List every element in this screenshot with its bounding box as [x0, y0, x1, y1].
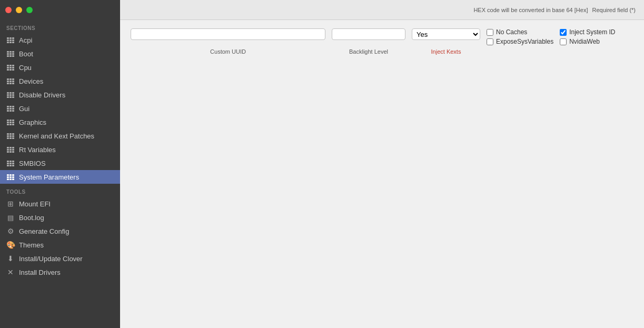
- sidebar-item-mount-efi[interactable]: ⊞ Mount EFI: [0, 197, 120, 211]
- sidebar-item-label: Rt Variables: [19, 146, 56, 154]
- sidebar: SECTIONS Acpi Boot Cpu Devices Disable D…: [0, 0, 120, 328]
- sidebar-item-label: Acpi: [19, 36, 32, 44]
- right-checkboxes-group: Inject System ID NvidiaWeb: [560, 28, 615, 45]
- sidebar-item-label: Install Drivers: [19, 269, 61, 276]
- no-caches-label[interactable]: No Caches: [496, 28, 527, 36]
- sidebar-item-boot[interactable]: Boot: [0, 47, 120, 61]
- sidebar-item-system-parameters[interactable]: System Parameters: [0, 170, 120, 184]
- wrench-icon: ✕: [6, 268, 15, 276]
- inject-system-id-label[interactable]: Inject System ID: [569, 28, 615, 36]
- hex-info-text: HEX code will be converted in base 64 [H…: [473, 7, 588, 13]
- sidebar-item-generate-config[interactable]: ⚙ Generate Config: [0, 224, 120, 238]
- inject-kexts-field-label: Inject Kexts: [412, 48, 480, 55]
- custom-uuid-field-label: Custom UUID: [131, 48, 325, 55]
- sidebar-item-label: SMBIOS: [19, 160, 46, 167]
- sidebar-item-label: Mount EFI: [19, 200, 51, 208]
- sidebar-item-label: Graphics: [19, 118, 46, 126]
- custom-uuid-input[interactable]: [131, 28, 325, 40]
- sections-header: SECTIONS: [0, 20, 120, 33]
- sidebar-item-devices[interactable]: Devices: [0, 74, 120, 88]
- sidebar-item-rt-variables[interactable]: Rt Variables: [0, 143, 120, 156]
- close-button[interactable]: [5, 7, 12, 13]
- no-caches-row: No Caches: [487, 28, 553, 36]
- maximize-button[interactable]: [26, 7, 33, 13]
- sidebar-item-install-update-clover[interactable]: ⬇ Install/Update Clover: [0, 252, 120, 265]
- sidebar-item-label: Install/Update Clover: [19, 255, 83, 263]
- inject-kexts-select[interactable]: Yes No Detect: [412, 28, 480, 40]
- expose-sys-row: ExposeSysVariables: [487, 38, 553, 45]
- sidebar-item-label: Kernel and Kext Patches: [19, 132, 94, 140]
- inject-system-id-row: Inject System ID: [560, 28, 615, 36]
- grid-icon: [6, 159, 15, 167]
- main-content: HEX code will be converted in base 64 [H…: [120, 0, 644, 328]
- sidebar-item-themes[interactable]: 🎨 Themes: [0, 238, 120, 252]
- backlight-level-field-label: Backlight Level: [332, 48, 405, 55]
- download-icon: ⬇: [6, 254, 15, 263]
- sidebar-item-label: Gui: [19, 105, 29, 113]
- mount-efi-icon: ⊞: [6, 200, 15, 208]
- inject-system-id-checkbox[interactable]: [560, 29, 567, 36]
- sidebar-item-boot-log[interactable]: ▤ Boot.log: [0, 211, 120, 224]
- header-bar: HEX code will be converted in base 64 [H…: [120, 0, 644, 20]
- sidebar-item-label: Themes: [19, 241, 44, 249]
- content-area: Yes No Detect No Caches ExposeSysVariabl…: [120, 20, 644, 328]
- sidebar-item-gui[interactable]: Gui: [0, 102, 120, 115]
- titlebar: [0, 0, 120, 20]
- nvidia-web-row: NvidiaWeb: [560, 38, 615, 45]
- checkboxes-group: No Caches ExposeSysVariables: [487, 28, 553, 45]
- sidebar-item-disable-drivers[interactable]: Disable Drivers: [0, 88, 120, 102]
- required-field-text: Required field (*): [592, 7, 636, 13]
- grid-icon: [6, 132, 15, 140]
- sidebar-item-kernel-kext[interactable]: Kernel and Kext Patches: [0, 129, 120, 143]
- sidebar-item-smbios[interactable]: SMBIOS: [0, 156, 120, 170]
- grid-icon: [6, 91, 15, 99]
- boot-log-icon: ▤: [6, 213, 15, 222]
- nvidia-web-label[interactable]: NvidiaWeb: [569, 38, 600, 45]
- expose-sys-checkbox[interactable]: [487, 38, 493, 45]
- sidebar-item-label: Devices: [19, 77, 43, 85]
- sidebar-item-label: Generate Config: [19, 227, 69, 235]
- grid-icon: [6, 104, 15, 113]
- sidebar-item-install-drivers[interactable]: ✕ Install Drivers: [0, 265, 120, 279]
- nvidia-web-checkbox[interactable]: [560, 38, 567, 45]
- grid-icon: [6, 118, 15, 126]
- sidebar-item-label: Disable Drivers: [19, 91, 65, 99]
- themes-icon: 🎨: [6, 241, 15, 249]
- grid-icon: [6, 36, 15, 44]
- sidebar-item-label: System Parameters: [19, 173, 79, 181]
- sidebar-item-label: Boot: [19, 50, 33, 58]
- grid-icon: [6, 63, 15, 72]
- no-caches-checkbox[interactable]: [487, 29, 493, 36]
- label-row: Custom UUID Backlight Level Inject Kexts: [131, 48, 633, 55]
- grid-icon: [6, 145, 15, 154]
- grid-icon: [6, 173, 15, 181]
- tools-header: TOOLS: [0, 184, 120, 197]
- sidebar-item-graphics[interactable]: Graphics: [0, 115, 120, 129]
- sidebar-item-label: Cpu: [19, 64, 32, 72]
- controls-row: Yes No Detect No Caches ExposeSysVariabl…: [131, 28, 633, 45]
- gear-icon: ⚙: [6, 227, 15, 235]
- minimize-button[interactable]: [16, 7, 22, 13]
- backlight-level-input[interactable]: [332, 28, 405, 40]
- grid-icon: [6, 77, 15, 85]
- sidebar-item-cpu[interactable]: Cpu: [0, 61, 120, 74]
- sidebar-item-acpi[interactable]: Acpi: [0, 33, 120, 47]
- expose-sys-label[interactable]: ExposeSysVariables: [496, 38, 553, 45]
- sidebar-item-label: Boot.log: [19, 214, 44, 222]
- grid-icon: [6, 49, 15, 58]
